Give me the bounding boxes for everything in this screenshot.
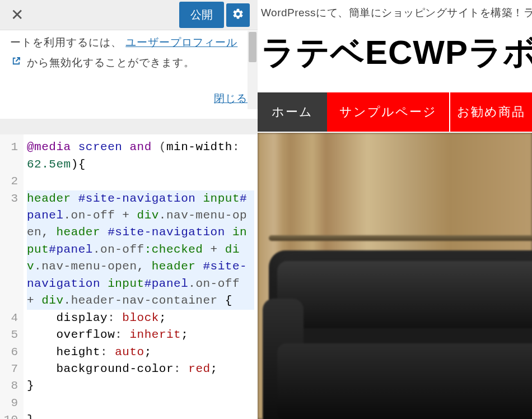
app-root: ✕ 公開 ートを利用するには、 ユーザープロフィール から無効化することができま… bbox=[0, 0, 532, 419]
hero-image bbox=[258, 133, 532, 419]
notice-text-before: ートを利用するには、 bbox=[10, 36, 122, 48]
code-line[interactable]: } bbox=[27, 412, 254, 419]
code-line[interactable]: height: auto; bbox=[27, 344, 254, 361]
external-link-icon bbox=[11, 53, 21, 73]
code-gutter: 12345678910 bbox=[0, 134, 24, 419]
user-profile-link[interactable]: ユーザープロフィール bbox=[125, 36, 237, 48]
code-line[interactable]: background-color: red; bbox=[27, 361, 254, 378]
code-content[interactable]: @media screen and (min-width: 62.5em){he… bbox=[24, 134, 258, 419]
gutter-line-number: 6 bbox=[3, 344, 18, 361]
nav-item-sample-page[interactable]: サンプルページ bbox=[327, 92, 450, 132]
gutter-line-number: 9 bbox=[3, 395, 18, 412]
gear-icon bbox=[232, 8, 244, 22]
code-line[interactable]: @media screen and (min-width: 62.5em){ bbox=[27, 139, 254, 173]
code-line[interactable]: display: block; bbox=[27, 310, 254, 327]
css-code-editor[interactable]: 12345678910 @media screen and (min-width… bbox=[0, 134, 258, 419]
gutter-line-number: 2 bbox=[3, 173, 18, 190]
code-line[interactable] bbox=[27, 395, 254, 412]
gutter-line-number: 10 bbox=[3, 412, 18, 419]
code-line[interactable]: header #site-navigation input#panel.on-o… bbox=[27, 190, 254, 310]
notice-panel: ートを利用するには、 ユーザープロフィール から無効化することができます。 閉じ… bbox=[0, 30, 258, 119]
customizer-toolbar: ✕ 公開 bbox=[0, 0, 258, 30]
editor-panel: ✕ 公開 ートを利用するには、 ユーザープロフィール から無効化することができま… bbox=[0, 0, 258, 419]
site-tagline: WordPressにて、簡単にショッピングサイトを構築！ラテ bbox=[258, 0, 532, 25]
panel-gap bbox=[0, 119, 258, 134]
site-navigation: ホーム サンプルページ お勧め商品 bbox=[258, 92, 532, 132]
code-line[interactable]: overflow: inherit; bbox=[27, 327, 254, 343]
publish-button[interactable]: 公開 bbox=[179, 2, 224, 28]
notice-close-link[interactable]: 閉じる bbox=[214, 92, 248, 104]
site-title: ラテベECWPラボ bbox=[258, 25, 532, 86]
scrollbar-thumb[interactable] bbox=[249, 32, 256, 62]
code-line[interactable] bbox=[27, 173, 254, 190]
close-icon: ✕ bbox=[11, 6, 24, 24]
code-line[interactable]: } bbox=[27, 378, 254, 394]
close-panel-button[interactable]: ✕ bbox=[0, 6, 34, 24]
gutter-line-number: 7 bbox=[3, 361, 18, 378]
panel-scrollbar[interactable] bbox=[248, 31, 258, 109]
gutter-line-number: 4 bbox=[3, 310, 18, 327]
gutter-line-number: 8 bbox=[3, 378, 18, 394]
gutter-line-number: 5 bbox=[3, 327, 18, 343]
gutter-line-number: 1 bbox=[3, 139, 18, 173]
site-preview: WordPressにて、簡単にショッピングサイトを構築！ラテ ラテベECWPラボ… bbox=[258, 0, 532, 419]
notice-text-after: から無効化することができます。 bbox=[27, 57, 195, 68]
nav-item-home[interactable]: ホーム bbox=[258, 92, 327, 132]
hero-sofa bbox=[269, 250, 532, 419]
nav-item-recommended[interactable]: お勧め商品 bbox=[450, 92, 532, 132]
settings-button[interactable] bbox=[226, 3, 250, 27]
gutter-line-number: 3 bbox=[3, 190, 18, 310]
